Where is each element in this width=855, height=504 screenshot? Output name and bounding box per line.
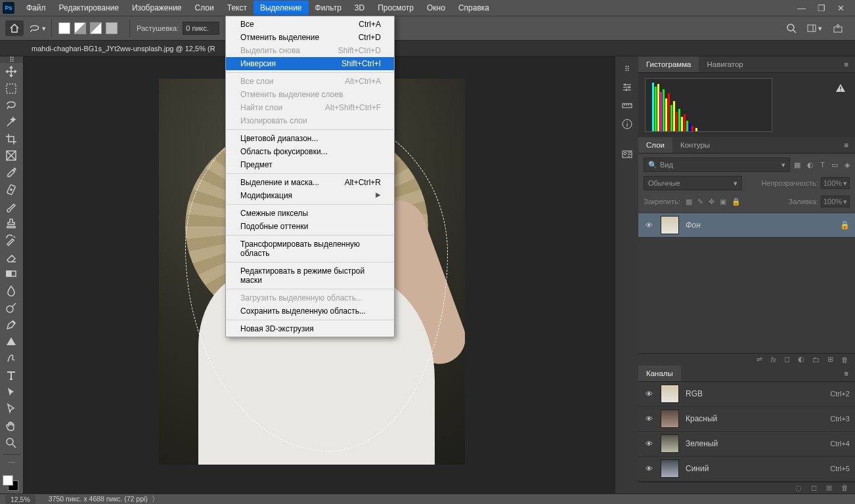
eyedropper-tool[interactable] — [0, 164, 22, 181]
panel-menu-icon[interactable]: ≡ — [838, 366, 855, 381]
adjustments-icon[interactable] — [619, 79, 636, 96]
document-info[interactable]: 3750 пикс. x 4688 пикс. (72 ppi) 〉 — [49, 495, 159, 504]
channel-row[interactable]: 👁 Зеленый Ctrl+4 — [638, 432, 855, 457]
window-minimize[interactable]: — — [797, 3, 806, 13]
gradient-tool[interactable] — [0, 266, 22, 283]
lock-artboard-icon[interactable]: ▣ — [720, 198, 726, 206]
feather-input[interactable] — [183, 22, 219, 35]
properties-icon[interactable] — [619, 116, 636, 133]
window-restore[interactable]: ❐ — [818, 3, 825, 13]
adjustment-layer-icon[interactable]: ◐ — [798, 355, 804, 364]
dodge-tool[interactable] — [0, 299, 22, 316]
menu-item[interactable]: Трансформировать выделенную область — [226, 238, 394, 260]
delete-channel-icon[interactable]: 🗑 — [841, 484, 848, 492]
layer-row[interactable]: 👁 Фон 🔒 — [638, 213, 855, 238]
link-layers-icon[interactable]: ⇌ — [756, 355, 762, 364]
menu-просмотр[interactable]: Просмотр — [371, 1, 420, 15]
tab-navigator[interactable]: Навигатор — [699, 56, 751, 72]
home-button[interactable] — [5, 20, 24, 36]
channel-visibility-icon[interactable]: 👁 — [644, 440, 654, 448]
toolbox-grip[interactable]: ⠿ — [0, 56, 23, 63]
layer-mask-icon[interactable]: ◻ — [784, 355, 790, 364]
layer-fx-icon[interactable]: fx — [770, 356, 776, 364]
menu-окно[interactable]: Окно — [420, 1, 452, 15]
selection-new[interactable] — [58, 22, 70, 34]
save-selection-icon[interactable]: ◻ — [811, 484, 817, 492]
zoom-tool[interactable] — [0, 434, 22, 452]
direct-select-tool[interactable] — [0, 400, 22, 417]
foreground-color[interactable] — [3, 475, 13, 486]
edit-toolbar[interactable]: ⋯ — [0, 455, 22, 472]
blur-tool[interactable] — [0, 282, 22, 299]
menu-item[interactable]: Редактировать в режиме быстрой маски — [226, 264, 394, 287]
tab-layers[interactable]: Слои — [638, 137, 672, 153]
ruler-icon[interactable] — [619, 97, 636, 114]
lasso-tool[interactable] — [0, 96, 22, 114]
share-icon[interactable] — [833, 24, 843, 33]
load-selection-icon[interactable]: ◌ — [795, 484, 802, 492]
new-channel-icon[interactable]: ⊞ — [826, 484, 832, 492]
layer-lock-icon[interactable]: 🔒 — [840, 220, 850, 230]
menu-слои[interactable]: Слои — [188, 1, 221, 15]
shape-triangle-tool[interactable] — [0, 333, 22, 350]
window-close[interactable]: ✕ — [837, 3, 844, 13]
layer-group-icon[interactable]: 🗀 — [812, 356, 820, 364]
blend-mode-select[interactable]: Обычные▾ — [644, 176, 742, 190]
type-tool[interactable] — [0, 367, 22, 384]
move-tool[interactable] — [0, 63, 22, 80]
menu-файл[interactable]: Файл — [20, 1, 53, 15]
marquee-tool[interactable] — [0, 80, 22, 97]
new-layer-icon[interactable]: ⊞ — [827, 355, 833, 364]
menu-item[interactable]: Новая 3D-экструзия — [226, 322, 394, 335]
fill-field[interactable]: 100%▾ — [821, 196, 850, 207]
channel-row[interactable]: 👁 Синий Ctrl+5 — [638, 457, 855, 482]
menu-item[interactable]: Подобные оттенки — [226, 220, 394, 233]
menu-item[interactable]: Сохранить выделенную область... — [226, 304, 394, 318]
panel-menu-icon[interactable]: ≡ — [838, 137, 855, 153]
search-icon[interactable] — [786, 23, 797, 33]
filter-image-icon[interactable]: ▦ — [794, 161, 800, 169]
magic-wand-tool[interactable] — [0, 114, 22, 131]
path-select-tool[interactable] — [0, 384, 22, 401]
history-brush-tool[interactable] — [0, 232, 22, 249]
layer-name[interactable]: Фон — [686, 220, 701, 230]
brush-tool[interactable] — [0, 198, 22, 215]
opacity-field[interactable]: 100%▾ — [821, 177, 850, 189]
lock-all-icon[interactable]: 🔒 — [732, 198, 741, 206]
libraries-icon[interactable] — [619, 146, 636, 163]
tab-channels[interactable]: Каналы — [638, 366, 681, 381]
lock-pixels-icon[interactable]: ▩ — [686, 198, 692, 206]
menu-фильтр[interactable]: Фильтр — [309, 1, 348, 15]
filter-smart-icon[interactable]: ◈ — [844, 161, 850, 169]
selection-intersect[interactable] — [106, 22, 118, 34]
channel-visibility-icon[interactable]: 👁 — [644, 415, 654, 423]
channel-visibility-icon[interactable]: 👁 — [644, 390, 654, 398]
panel-menu-icon[interactable]: ≡ — [838, 56, 855, 72]
histogram-warning-icon[interactable] — [835, 83, 846, 93]
custom-shape-tool[interactable] — [0, 350, 22, 367]
delete-layer-icon[interactable]: 🗑 — [841, 356, 848, 364]
menu-3d[interactable]: 3D — [348, 1, 371, 15]
filter-type-icon[interactable]: T — [820, 161, 825, 169]
menu-редактирование[interactable]: Редактирование — [53, 1, 125, 15]
menu-item[interactable]: Выделение и маска...Alt+Ctrl+R — [226, 176, 394, 189]
hand-tool[interactable] — [0, 417, 22, 434]
pen-tool[interactable] — [0, 316, 22, 333]
zoom-level[interactable]: 12,5% — [5, 495, 35, 504]
menu-текст[interactable]: Текст — [221, 1, 253, 15]
lock-position-icon[interactable]: ✥ — [709, 198, 714, 206]
menu-item[interactable]: ИнверсияShift+Ctrl+I — [226, 57, 394, 70]
filter-shape-icon[interactable]: ▭ — [831, 161, 838, 169]
menu-item[interactable]: Предмет — [226, 158, 394, 171]
tab-histogram[interactable]: Гистограмма — [638, 56, 699, 72]
menu-item[interactable]: ВсеCtrl+A — [226, 18, 394, 31]
channel-row[interactable]: 👁 RGB Ctrl+2 — [638, 382, 855, 407]
color-swatches[interactable] — [0, 474, 22, 494]
stamp-tool[interactable] — [0, 215, 22, 232]
menu-item[interactable]: Цветовой диапазон... — [226, 132, 394, 145]
menu-изображение[interactable]: Изображение — [125, 1, 188, 15]
tool-preset[interactable]: ▾ — [29, 21, 46, 35]
healing-tool[interactable] — [0, 181, 22, 198]
menu-справка[interactable]: Справка — [452, 1, 496, 15]
document-tab[interactable]: mahdi-chaghari-BG1s_JYt2ww-unsplash.jpg … — [24, 42, 223, 55]
